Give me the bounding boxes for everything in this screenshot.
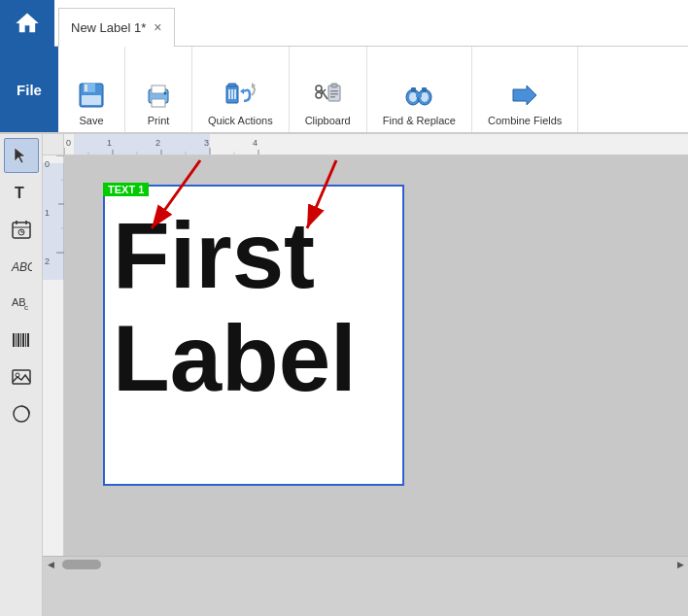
svg-point-27 [421,92,429,102]
label-line2: Label [113,307,357,410]
save-group: Save [58,47,125,132]
title-bar: New Label 1* × [0,0,688,47]
svg-marker-31 [513,86,536,105]
svg-rect-47 [20,333,21,347]
svg-rect-23 [330,96,335,98]
tab-close-button[interactable]: × [154,20,161,34]
label-line1: First [113,204,357,307]
svg-text:c: c [24,303,28,312]
print-group: Print [125,47,192,132]
print-icon [141,78,176,113]
svg-rect-48 [22,333,24,347]
datetime-icon [11,219,32,240]
text-tag: TEXT 1 [103,183,149,196]
clipboard-icon [310,78,345,113]
image-tool[interactable] [4,359,39,394]
print-label: Print [148,115,170,126]
font-icon: ABC [11,256,32,277]
svg-point-7 [164,92,167,95]
save-label: Save [79,115,103,126]
svg-rect-21 [330,90,338,92]
document-tab[interactable]: New Label 1* × [58,8,175,47]
combine-fields-label: Combine Fields [488,115,562,126]
combine-fields-icon [507,78,542,113]
tab-label: New Label 1* [71,20,146,35]
smallfont-tool[interactable]: AB c [4,286,39,321]
canvas-area: 0 1 2 3 4 [43,134,688,616]
file-button[interactable]: File [0,47,58,132]
quick-actions-button[interactable]: Quick Actions [202,76,279,128]
svg-rect-49 [25,333,26,347]
home-button[interactable] [0,0,54,47]
vertical-ruler: 0 1 2 [43,155,64,556]
canvas-main: 0 1 2 TEXT 1 [43,155,688,556]
svg-rect-20 [331,84,337,87]
svg-rect-75 [43,163,64,280]
scroll-left-button[interactable]: ◀ [43,557,58,572]
find-replace-button[interactable]: Find & Replace [377,76,462,128]
ribbon: File Save [0,47,688,134]
barcode-icon [11,329,32,351]
svg-rect-5 [152,86,165,93]
font-tool[interactable]: ABC [4,249,39,284]
scroll-right-button[interactable]: ▶ [672,557,688,572]
find-replace-icon [401,78,436,113]
svg-rect-29 [411,87,416,92]
cursor-icon [12,146,31,165]
svg-rect-50 [27,333,29,347]
quick-actions-icon [223,78,258,113]
datetime-tool[interactable] [4,212,39,247]
home-icon [14,10,41,37]
ruler-top-row: 0 1 2 3 4 [43,134,688,155]
scrollbar-thumb[interactable] [62,560,101,569]
image-icon [11,366,32,388]
svg-rect-45 [16,333,17,347]
print-button[interactable]: Print [135,76,182,128]
svg-rect-9 [228,84,236,86]
svg-text:ABC: ABC [11,260,32,274]
find-replace-label: Find & Replace [383,115,456,126]
svg-text:4: 4 [253,138,258,148]
shape-icon [11,403,32,425]
svg-point-26 [409,92,417,102]
clipboard-label: Clipboard [305,115,351,126]
svg-rect-2 [82,95,101,105]
svg-text:T: T [15,185,24,201]
text-tool[interactable]: T [4,175,39,210]
svg-rect-68 [74,134,210,155]
svg-rect-46 [17,333,19,347]
combine-fields-button[interactable]: Combine Fields [482,76,568,128]
combine-fields-group: Combine Fields [472,47,578,132]
svg-rect-44 [13,333,15,347]
clipboard-group: Clipboard [290,47,367,132]
svg-rect-22 [330,93,338,95]
barcode-tool[interactable] [4,323,39,358]
smallfont-icon: AB c [11,292,32,314]
svg-marker-32 [15,148,25,163]
canvas-drawing-area[interactable]: TEXT 1 First Label [64,155,688,556]
text-icon: T [12,183,31,202]
workspace: T ABC AB c [0,134,688,616]
label-text: First Label [113,204,357,409]
ruler-corner [43,134,64,155]
shape-tool[interactable] [4,396,39,431]
select-tool[interactable] [4,138,39,173]
clipboard-button[interactable]: Clipboard [299,76,357,128]
svg-rect-30 [422,87,427,92]
svg-rect-6 [152,99,165,107]
svg-text:0: 0 [66,138,71,148]
horizontal-ruler: 0 1 2 3 4 [64,134,688,155]
find-replace-group: Find & Replace [367,47,472,132]
save-button[interactable]: Save [68,76,115,128]
svg-rect-3 [85,85,87,91]
tab-area: New Label 1* × [54,0,175,46]
quick-actions-label: Quick Actions [208,115,273,126]
quick-actions-group: Quick Actions [192,47,290,132]
left-toolbar: T ABC AB c [0,134,43,616]
svg-rect-28 [416,93,422,97]
save-icon [74,78,109,113]
horizontal-scrollbar: ◀ ▶ [43,556,688,571]
svg-marker-13 [240,88,244,94]
status-bar [43,571,688,616]
